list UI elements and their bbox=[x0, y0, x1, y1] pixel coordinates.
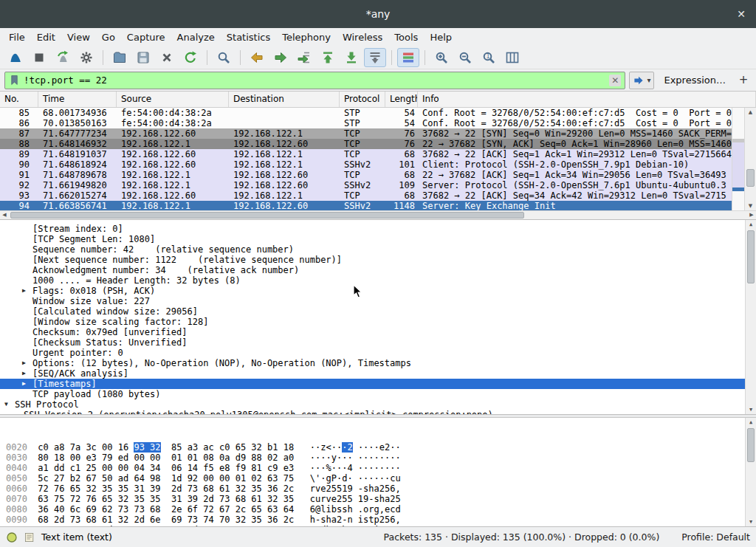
detail-line[interactable]: SSH Version 2 (encryption:chacha20-poly1… bbox=[0, 410, 756, 415]
hscroll-thumb[interactable] bbox=[10, 212, 524, 219]
menu-edit[interactable]: Edit bbox=[31, 30, 61, 45]
open-file-button[interactable] bbox=[109, 48, 131, 67]
detail-line[interactable]: ▶[SEQ/ACK analysis] bbox=[0, 368, 756, 379]
go-first-button[interactable] bbox=[317, 48, 339, 67]
column-header-source[interactable]: Source bbox=[117, 92, 229, 107]
detail-line[interactable]: [Stream index: 0] bbox=[0, 224, 756, 234]
scroll-down-icon[interactable]: ▼ bbox=[746, 517, 756, 526]
scroll-thumb[interactable] bbox=[746, 169, 755, 187]
scroll-down-icon[interactable]: ▼ bbox=[745, 202, 756, 210]
scroll-thumb[interactable] bbox=[747, 428, 755, 462]
column-header-destination[interactable]: Destination bbox=[229, 92, 340, 107]
details-vscrollbar[interactable]: ▲ ▼ bbox=[745, 220, 756, 414]
detail-line[interactable]: Checksum: 0x79ed [unverified] bbox=[0, 327, 756, 337]
detail-line[interactable]: ▶[Timestamps] bbox=[0, 379, 756, 389]
hex-row-0030[interactable]: 0030 80 18 00 e3 79 ed 00 00 01 01 08 0a… bbox=[6, 453, 756, 463]
detail-line[interactable]: ▶Flags: 0x018 (PSH, ACK) bbox=[0, 286, 756, 296]
packet-row-87[interactable]: 8771.647777234192.168.122.60192.168.122.… bbox=[0, 128, 732, 139]
hex-row-0050[interactable]: 0050 5c 27 b2 67 50 ad 64 98 1d 92 00 00… bbox=[6, 473, 756, 484]
packet-list-hscrollbar[interactable]: ◀ ▶ bbox=[0, 210, 756, 219]
close-window-button[interactable]: ✕ bbox=[735, 7, 748, 21]
capture-options-button[interactable] bbox=[75, 48, 97, 67]
detail-line[interactable]: Sequence number: 42 (relative sequence n… bbox=[0, 244, 756, 255]
expert-info-icon[interactable] bbox=[6, 531, 18, 543]
capture-comment-icon[interactable] bbox=[24, 531, 35, 543]
packet-row-89[interactable]: 8971.648191037192.168.122.60192.168.122.… bbox=[0, 149, 732, 159]
hex-row-0090[interactable]: 0090 68 2d 73 68 61 32 2d 6e 69 73 74 70… bbox=[6, 515, 756, 525]
hex-row-00a0[interactable]: 00a0 65 63 64 68 2d 73 68 61 32 2d 6e 69… bbox=[6, 525, 756, 527]
auto-scroll-button[interactable] bbox=[364, 48, 386, 67]
detail-line[interactable]: Window size value: 227 bbox=[0, 296, 756, 306]
expander-closed-icon[interactable]: ▶ bbox=[22, 286, 32, 296]
scroll-up-icon[interactable]: ▲ bbox=[745, 108, 756, 117]
column-header-time[interactable]: Time bbox=[38, 92, 117, 107]
start-capture-button[interactable] bbox=[4, 48, 27, 67]
filter-field[interactable]: ✕ bbox=[4, 72, 625, 89]
scroll-up-icon[interactable]: ▲ bbox=[746, 418, 756, 427]
detail-line[interactable]: [TCP Segment Len: 1080] bbox=[0, 234, 756, 244]
menu-tools[interactable]: Tools bbox=[388, 30, 424, 45]
zoom-in-button[interactable] bbox=[430, 48, 453, 67]
filter-apply-button[interactable]: ▾ bbox=[629, 72, 654, 89]
save-file-button[interactable] bbox=[132, 48, 154, 67]
restart-capture-button[interactable] bbox=[52, 48, 74, 67]
menu-wireless[interactable]: Wireless bbox=[337, 30, 388, 45]
menu-go[interactable]: Go bbox=[96, 30, 121, 45]
zoom-original-button[interactable]: 1 bbox=[478, 48, 500, 67]
scroll-up-icon[interactable]: ▲ bbox=[746, 220, 756, 229]
packet-minimap[interactable] bbox=[732, 108, 744, 210]
detail-line[interactable]: [Next sequence number: 1122 (relative se… bbox=[0, 255, 756, 265]
menu-telephony[interactable]: Telephony bbox=[276, 30, 337, 45]
expander-closed-icon[interactable]: ▶ bbox=[22, 379, 32, 389]
status-profile[interactable]: Profile: Default bbox=[665, 531, 750, 543]
packet-row-91[interactable]: 9171.648789678192.168.122.1192.168.122.6… bbox=[0, 170, 732, 180]
scroll-left-icon[interactable]: ◀ bbox=[0, 211, 9, 219]
detail-line[interactable]: [Calculated window size: 29056] bbox=[0, 306, 756, 317]
expander-closed-icon[interactable]: ▶ bbox=[22, 358, 32, 368]
hex-vscrollbar[interactable]: ▲ ▼ bbox=[745, 418, 756, 526]
scroll-thumb[interactable] bbox=[747, 230, 755, 283]
stop-capture-button[interactable] bbox=[28, 48, 50, 67]
filter-clear-icon[interactable]: ✕ bbox=[609, 75, 621, 86]
bookmark-icon[interactable] bbox=[9, 75, 20, 86]
hex-row-0060[interactable]: 0060 72 76 65 32 35 35 31 39 2d 73 68 61… bbox=[6, 484, 756, 494]
packet-row-90[interactable]: 9071.648618924192.168.122.60192.168.122.… bbox=[0, 159, 732, 170]
packet-row-88[interactable]: 8871.648146932192.168.122.1192.168.122.6… bbox=[0, 139, 732, 149]
colorize-button[interactable] bbox=[397, 48, 419, 67]
detail-line[interactable]: Acknowledgment number: 34 (relative ack … bbox=[0, 265, 756, 275]
zoom-out-button[interactable] bbox=[454, 48, 476, 67]
resize-columns-button[interactable] bbox=[501, 48, 523, 67]
packet-row-92[interactable]: 9271.661949820192.168.122.1192.168.122.6… bbox=[0, 180, 732, 190]
go-last-button[interactable] bbox=[340, 48, 362, 67]
expander-closed-icon[interactable]: ▶ bbox=[22, 368, 32, 379]
column-header-length[interactable]: Length bbox=[385, 92, 418, 107]
go-to-packet-button[interactable] bbox=[293, 48, 315, 67]
scroll-right-icon[interactable]: ▶ bbox=[747, 211, 756, 219]
go-forward-button[interactable] bbox=[269, 48, 292, 67]
expander-open-icon[interactable]: ▼ bbox=[4, 399, 15, 410]
title-bar[interactable]: *any ✕ bbox=[0, 0, 756, 28]
packet-row-93[interactable]: 9371.662015274192.168.122.60192.168.122.… bbox=[0, 190, 732, 201]
detail-line[interactable]: Urgent pointer: 0 bbox=[0, 348, 756, 358]
packet-list-vscrollbar[interactable]: ▲ ▼ bbox=[744, 108, 756, 210]
reload-button[interactable] bbox=[179, 48, 202, 67]
scroll-down-icon[interactable]: ▼ bbox=[746, 405, 756, 414]
detail-line[interactable]: TCP payload (1080 bytes) bbox=[0, 389, 756, 399]
filter-input[interactable] bbox=[24, 75, 605, 86]
detail-line[interactable]: ▶Options: (12 bytes), No-Operation (NOP)… bbox=[0, 358, 756, 368]
menu-analyze[interactable]: Analyze bbox=[171, 30, 221, 45]
menu-file[interactable]: File bbox=[3, 30, 31, 45]
add-filter-button[interactable]: + bbox=[735, 72, 752, 89]
menu-capture[interactable]: Capture bbox=[121, 30, 171, 45]
hex-row-0070[interactable]: 0070 63 75 72 76 65 32 35 35 31 39 2d 73… bbox=[6, 494, 756, 504]
menu-help[interactable]: Help bbox=[424, 30, 458, 45]
detail-line[interactable]: 1000 .... = Header Length: 32 bytes (8) bbox=[0, 275, 756, 286]
packet-row-94[interactable]: 9471.663856741192.168.122.1192.168.122.6… bbox=[0, 201, 732, 210]
expression-button[interactable]: Expression… bbox=[658, 75, 732, 86]
find-packet-button[interactable] bbox=[213, 48, 235, 67]
hex-row-0020[interactable]: 0020 c0 a8 7a 3c 00 16 93 32 85 a3 ac c0… bbox=[6, 442, 756, 453]
packet-row-86[interactable]: 8670.013850163fe:54:00:d4:38:2aSTP54Conf… bbox=[0, 118, 732, 128]
detail-line[interactable]: [Window size scaling factor: 128] bbox=[0, 317, 756, 327]
packet-row-85[interactable]: 8568.001734936fe:54:00:d4:38:2aSTP54Conf… bbox=[0, 108, 732, 118]
column-header-info[interactable]: Info bbox=[418, 92, 756, 107]
